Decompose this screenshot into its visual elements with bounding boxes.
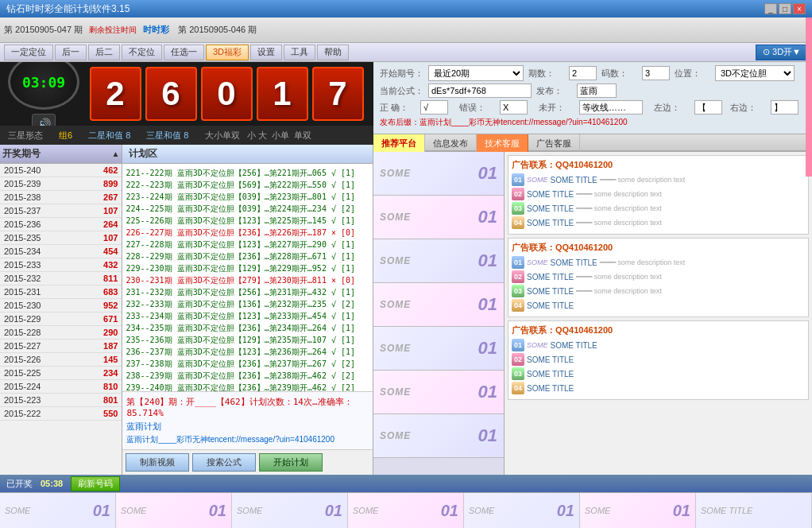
codes-input[interactable]: [642, 66, 670, 80]
ad-item: 02 SOME TITLE ━━━━ some description text: [512, 188, 805, 200]
lottery-digit-5: 7: [312, 67, 364, 121]
list-item[interactable]: 2015-226145: [0, 353, 122, 367]
ad-panel[interactable]: 广告联系：QQ410461200 01 SOME SOME TITLE ━━━━…: [505, 152, 812, 475]
ad-contact-2: 广告联系：QQ410461200: [512, 242, 805, 254]
video-btn[interactable]: 制新视频: [126, 453, 189, 472]
list-item[interactable]: 2015-237107: [0, 204, 122, 218]
lottery-cards-panel: SOME 01 SOME 01 SOME 01 SOME 01: [373, 152, 505, 475]
tab-ad[interactable]: 广告客服: [528, 134, 580, 152]
nav-btn-tools[interactable]: 工具: [284, 45, 315, 60]
right-label: 右边：: [730, 102, 766, 114]
prev-section: 时时彩 第 20150905-046 期: [143, 24, 257, 36]
tab-tech[interactable]: 技术客服: [477, 134, 528, 152]
top-nav: 一定定位 后一 后二 不定位 任选一 3D福彩 设置 工具 帮助 ⊙ 3D开▼: [0, 43, 812, 62]
list-item[interactable]: 2015-223801: [0, 394, 122, 407]
draw-list-panel: 开奖期号 ▲ 2015-240462 2015-239899 2015-2382…: [0, 145, 122, 475]
nav-btn-1[interactable]: 一定定位: [4, 45, 53, 60]
app-title: 钻石时时彩全能计划软件3.15: [6, 2, 130, 16]
already-drawn-label: 已开奖: [6, 478, 33, 490]
notopen-input[interactable]: [579, 100, 643, 115]
right-input[interactable]: [771, 100, 798, 115]
plan-line: 226--227期 蓝雨3D不定位胆【236】…第226期开…187 × [0]: [126, 227, 369, 239]
publish-info: 发布后缀：蓝雨计划____彩币无神tencent://message/?uin=…: [380, 117, 628, 128]
bottom-split: 开奖期号 ▲ 2015-240462 2015-239899 2015-2382…: [0, 145, 373, 475]
pattern: 大小单双 小 大 小单 单双: [205, 130, 311, 142]
ad-item: 03 SOME TITLE ━━━━ some description text: [512, 202, 805, 215]
error-input[interactable]: [500, 100, 528, 115]
right-content: SOME 01 SOME 01 SOME 01 SOME 01: [373, 152, 812, 475]
nav-btn-help[interactable]: 帮助: [317, 45, 349, 60]
list-item[interactable]: 2015-228290: [0, 326, 122, 340]
prev-period: 第 20150905-046 期: [178, 24, 257, 36]
control-area: 开始期号： 最近20期 期数： 码数： 位置： 3D不定位胆 当前公式：: [373, 62, 812, 134]
ad-item: 04 SOME TITLE ━━━━ some description text: [512, 216, 805, 229]
list-item[interactable]: 2015-240462: [0, 164, 122, 177]
countdown-time: 03:09: [22, 74, 65, 91]
strip-card: SOME TITLE: [696, 493, 812, 528]
lottery-card: SOME 01: [373, 283, 504, 327]
left-input[interactable]: [694, 100, 722, 115]
right-panel: 开始期号： 最近20期 期数： 码数： 位置： 3D不定位胆 当前公式：: [373, 62, 812, 475]
control-row-3: 正 确： 错误： 未开： 左边： 右边：: [380, 100, 806, 115]
notopen-label: 未开：: [539, 102, 574, 114]
nav-btn-5[interactable]: 任选一: [164, 45, 204, 60]
strip-card: SOME 01: [0, 493, 116, 528]
list-item[interactable]: 2015-239899: [0, 177, 122, 191]
draw-list-scroll[interactable]: 2015-240462 2015-239899 2015-238267 2015…: [0, 164, 122, 475]
lottery-card: SOME 01: [373, 327, 504, 371]
nav-btn-3d-open[interactable]: ⊙ 3D开▼: [756, 45, 808, 60]
shape-label: 三星形态: [8, 130, 43, 142]
bottom-strip: SOME 01 SOME 01 SOME 01 SOME 01 SOME 01 …: [0, 492, 812, 528]
list-item[interactable]: 2015-224810: [0, 380, 122, 394]
plan-line: 221--222期 蓝雨3D不定位胆【256】…第221期开…065 √ [1]: [126, 167, 369, 179]
tab-recommend[interactable]: 推荐平台: [373, 134, 425, 152]
list-item[interactable]: 2015-234454: [0, 245, 122, 258]
send-input[interactable]: [577, 83, 617, 98]
list-item[interactable]: 2015-229671: [0, 313, 122, 326]
ad-item: 04 SOME TITLE: [512, 299, 805, 312]
list-item[interactable]: 2015-227187: [0, 340, 122, 353]
start-period-label: 开始期号：: [380, 68, 423, 80]
position-select[interactable]: 3D不定位胆: [715, 65, 795, 81]
nav-btn-3[interactable]: 后二: [88, 45, 120, 60]
list-item[interactable]: 2015-232811: [0, 272, 122, 285]
action-buttons: 制新视频 搜索公式 开始计划: [122, 449, 373, 475]
plan-line: 231--232期 蓝雨3D不定位胆【256】…第231期开…432 √ [1]: [126, 286, 369, 298]
minimize-btn[interactable]: _: [764, 3, 777, 14]
lottery-name: 时时彩: [143, 24, 169, 36]
formula-input[interactable]: [428, 83, 532, 98]
nav-btn-4[interactable]: 不定位: [122, 45, 162, 60]
list-item[interactable]: 2015-231683: [0, 285, 122, 299]
list-item[interactable]: 2015-233432: [0, 258, 122, 272]
nav-btn-3d[interactable]: 3D福彩: [206, 45, 249, 60]
periods-input[interactable]: [569, 66, 597, 80]
list-item[interactable]: 2015-235107: [0, 231, 122, 245]
search-btn[interactable]: 搜索公式: [192, 453, 256, 472]
start-period-select[interactable]: 最近20期: [428, 65, 524, 81]
list-item[interactable]: 2015-222550: [0, 407, 122, 421]
start-btn[interactable]: 开始计划: [259, 453, 323, 472]
plan-content[interactable]: 221--222期 蓝雨3D不定位胆【256】…第221期开…065 √ [1]…: [122, 164, 373, 391]
lottery-digit-4: 1: [257, 67, 308, 121]
clock: 03:09: [8, 62, 79, 110]
correct-input[interactable]: [420, 100, 448, 115]
strip-card: SOME 01: [580, 493, 696, 528]
list-item[interactable]: 2015-238267: [0, 191, 122, 204]
nav-btn-settings[interactable]: 设置: [250, 45, 282, 60]
left-label: 左边：: [654, 102, 690, 114]
list-item[interactable]: 2015-230952: [0, 299, 122, 313]
plan-line: 223--224期 蓝雨3D不定位胆【039】…第223期开…801 √ [1]: [126, 191, 369, 203]
close-btn[interactable]: ×: [793, 3, 806, 14]
pink-edge: [806, 17, 812, 177]
list-item[interactable]: 2015-225234: [0, 367, 122, 380]
ad-item: 01 SOME SOME TITLE ━━━━ some description…: [512, 173, 805, 186]
refresh-btn[interactable]: 刷新号码: [71, 476, 120, 491]
plan-line: 225--226期 蓝雨3D不定位胆【123】…第225期开…145 √ [1]: [126, 215, 369, 227]
maximize-btn[interactable]: □: [779, 3, 791, 14]
tab-info[interactable]: 信息发布: [425, 134, 477, 152]
list-item[interactable]: 2015-236264: [0, 218, 122, 231]
draw-list-header: 开奖期号 ▲: [0, 145, 122, 164]
send-label: 发布：: [536, 85, 572, 97]
plan-line: 232--233期 蓝雨3D不定位胆【136】…第232期开…235 √ [2]: [126, 298, 369, 310]
nav-btn-2[interactable]: 后一: [55, 45, 87, 60]
